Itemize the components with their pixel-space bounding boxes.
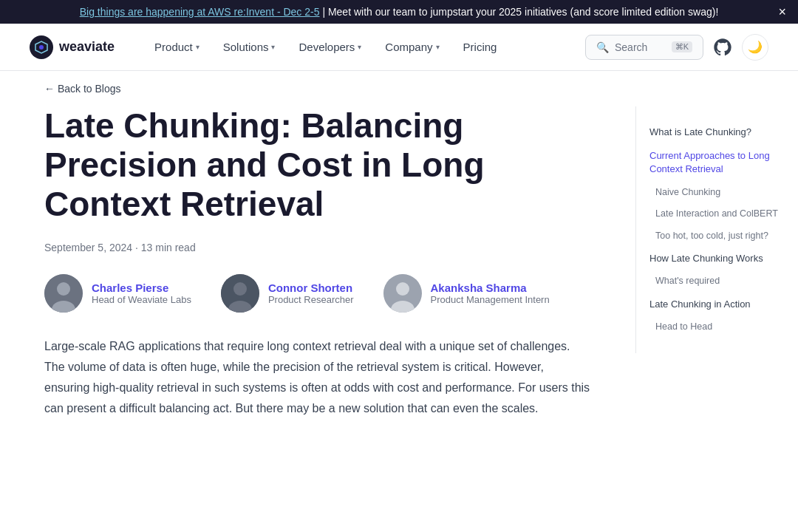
article-body: Large-scale RAG applications that requir… [44, 336, 591, 419]
main-nav: weaviate Product ▾ Solutions ▾ Developer… [0, 24, 798, 71]
nav-developers[interactable]: Developers ▾ [288, 35, 372, 59]
chevron-down-icon: ▾ [436, 43, 440, 51]
toc-sub-whats-required[interactable]: What's required [644, 271, 783, 292]
svg-point-6 [233, 282, 247, 296]
author-info: Akanksha Sharma Product Management Inter… [431, 282, 550, 305]
announcement-banner: Big things are happening at AWS re:Inven… [0, 0, 798, 24]
banner-text: Big things are happening at AWS re:Inven… [80, 6, 719, 18]
banner-link[interactable]: Big things are happening at AWS re:Inven… [80, 6, 320, 18]
toc-item-what-is[interactable]: What is Late Chunking? [644, 121, 783, 143]
nav-product[interactable]: Product ▾ [144, 35, 210, 59]
author-info: Charles Pierse Head of Weaviate Labs [92, 282, 191, 305]
avatar-image [44, 274, 83, 313]
avatar-image [383, 274, 422, 313]
author-charles-pierse: Charles Pierse Head of Weaviate Labs [44, 274, 191, 313]
article-meta: September 5, 2024 · 13 min read [44, 242, 591, 253]
nav-links: Product ▾ Solutions ▾ Developers ▾ Compa… [144, 35, 585, 59]
toc-sub-too-hot[interactable]: Too hot, too cold, just right? [644, 226, 783, 247]
nav-right: 🔍 Search ⌘K 🌙 [585, 34, 768, 61]
author-info: Connor Shorten Product Researcher [268, 282, 354, 305]
logo-icon [30, 35, 53, 59]
article-title: Late Chunking: Balancing Precision and C… [44, 106, 591, 224]
moon-icon: 🌙 [748, 40, 763, 54]
toc-sub-head-to-head[interactable]: Head to Head [644, 317, 783, 338]
authors-section: Charles Pierse Head of Weaviate Labs Con… [44, 274, 591, 313]
github-icon[interactable] [712, 37, 733, 58]
author-name[interactable]: Connor Shorten [268, 282, 354, 294]
svg-point-1 [39, 45, 44, 50]
svg-point-3 [57, 282, 70, 296]
author-name[interactable]: Akanksha Sharma [431, 282, 550, 294]
search-icon: 🔍 [596, 41, 609, 53]
main-content: Late Chunking: Balancing Precision and C… [0, 106, 635, 449]
breadcrumb[interactable]: ← Back to Blogs [0, 71, 798, 106]
banner-rest: | Meet with our team to jumpstart your 2… [322, 6, 718, 18]
toc-sub-naive-chunking[interactable]: Naive Chunking [644, 183, 783, 203]
logo-text: weaviate [59, 39, 115, 55]
author-role: Product Researcher [268, 294, 354, 305]
author-akanksha-sharma: Akanksha Sharma Product Management Inter… [383, 274, 550, 313]
logo[interactable]: weaviate [30, 35, 115, 59]
chevron-down-icon: ▾ [358, 43, 361, 51]
nav-solutions[interactable]: Solutions ▾ [213, 35, 286, 59]
search-label: Search [615, 41, 647, 53]
chevron-down-icon: ▾ [271, 43, 275, 51]
chevron-down-icon: ▾ [196, 43, 200, 51]
toc-sub-late-interaction[interactable]: Late Interaction and ColBERT [644, 204, 783, 225]
avatar [221, 274, 259, 313]
nav-pricing[interactable]: Pricing [453, 35, 508, 59]
toc-item-how-works[interactable]: How Late Chunking Works [644, 248, 783, 270]
toc-sidebar: What is Late Chunking? Current Approache… [635, 106, 798, 353]
search-button[interactable]: 🔍 Search ⌘K [585, 35, 703, 60]
avatar-image [221, 274, 259, 313]
avatar [383, 274, 422, 313]
content-area: Late Chunking: Balancing Precision and C… [0, 106, 798, 449]
toc-item-in-action[interactable]: Late Chunking in Action [644, 293, 783, 316]
page-container: ← Back to Blogs Late Chunking: Balancing… [0, 71, 798, 449]
banner-close-button[interactable]: × [778, 4, 786, 20]
search-kbd: ⌘K [672, 41, 692, 52]
avatar [44, 274, 83, 313]
author-role: Head of Weaviate Labs [92, 294, 191, 305]
nav-company[interactable]: Company ▾ [375, 35, 449, 59]
svg-point-9 [396, 282, 409, 296]
dark-mode-toggle[interactable]: 🌙 [742, 34, 768, 61]
toc-item-current-approaches[interactable]: Current Approaches to Long Context Retri… [644, 145, 783, 180]
author-role: Product Management Intern [431, 294, 550, 305]
author-connor-shorten: Connor Shorten Product Researcher [221, 274, 354, 313]
author-name[interactable]: Charles Pierse [92, 282, 191, 294]
